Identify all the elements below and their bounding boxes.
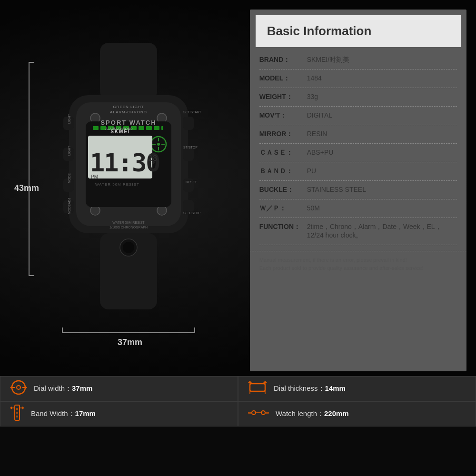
band-row: ＢＡＮＤ： PU [259,162,457,181]
watch-svg: 11:30 28 PM WATER 50M RESIST SKMEI GREEN… [50,43,207,309]
movt-val: DIGITAL [307,111,457,119]
movt-row: MOV'T： DIGITAL [259,107,457,125]
function-key: FUNCTION： [259,223,307,231]
movt-key: MOV'T： [259,111,307,120]
info-note: Manual measurement, if there is an error… [250,251,466,277]
brand-key: BRAND： [259,56,307,64]
watch-length-value: 220mm [324,409,349,417]
info-rows: BRAND： SKMEI/时刻美 MODEL： 1484 WEIGHT： 33g… [250,47,466,249]
info-title: Basic Information [267,24,372,38]
buckle-val: STAINLESS STEEL [307,186,457,193]
dial-thickness-icon [248,379,267,399]
svg-rect-0 [100,43,157,100]
bottom-specs: Dial width：37mm Dial thickness：14mm [0,376,476,426]
weight-val: 33g [307,93,457,100]
svg-text:28: 28 [148,154,157,163]
wp-key: Ｗ／Ｐ： [259,204,307,213]
svg-text:1/100S CHRONOGRAPH: 1/100S CHRONOGRAPH [109,226,148,229]
svg-rect-9 [183,148,194,161]
svg-marker-73 [10,407,12,409]
brand-val: SKMEI/时刻美 [307,56,457,64]
svg-rect-70 [16,416,18,417]
svg-text:MODE: MODE [68,173,71,183]
height-label: 43mm [14,183,39,193]
svg-text:WATER 50M RESIST: WATER 50M RESIST [95,182,139,187]
info-header: Basic Information [256,15,461,47]
note-line2: Each product sold to provide quality ass… [259,264,457,272]
spec-dial-width: Dial width：37mm [0,376,238,401]
width-label: 37mm [118,337,142,347]
spec-dial-thickness: Dial thickness：14mm [238,376,476,401]
svg-rect-17 [93,126,99,130]
wp-val: 50M [307,204,457,212]
spec-band-width: Band Width：17mm [0,401,238,426]
case-key: ＣＡＳＥ： [259,149,307,157]
mirror-row: MIRROR： RESIN [259,125,457,144]
svg-text:11:30: 11:30 [90,149,160,177]
svg-rect-23 [139,126,144,130]
case-row: ＣＡＳＥ： ABS+PU [259,144,457,162]
svg-text:SPORT WATCH: SPORT WATCH [100,119,156,126]
svg-text:MODEADJ: MODEADJ [68,198,71,214]
svg-rect-25 [154,126,159,130]
svg-text:PM: PM [91,174,98,179]
svg-rect-77 [248,412,252,414]
svg-text:ALARM-CHRONO: ALARM-CHRONO [110,110,147,114]
svg-marker-60 [10,386,12,389]
svg-marker-74 [22,407,24,409]
info-panel: Basic Information BRAND： SKMEI/时刻美 MODEL… [250,10,466,371]
model-key: MODEL： [259,74,307,83]
case-val: ABS+PU [307,149,457,156]
svg-rect-68 [16,408,18,410]
svg-text:SET/START: SET/START [183,110,202,114]
svg-rect-62 [250,384,265,391]
wp-row: Ｗ／Ｐ： 50M [259,199,457,218]
buckle-key: BUCKLE： [259,186,307,194]
svg-text:LIGHT: LIGHT [68,146,71,156]
note-line1: Manual measurement, if there is an error… [259,256,457,264]
svg-rect-78 [265,412,269,414]
spec-watch-length: Watch length：220mm [238,401,476,426]
svg-rect-8 [183,117,194,130]
watch-length-text: Watch length：220mm [276,409,349,418]
band-width-icon [10,404,24,424]
band-width-text: Band Width：17mm [31,409,96,418]
svg-text:LIGHT: LIGHT [68,114,71,124]
watch-area: 43mm 37mm [0,0,245,376]
main-area: 43mm 37mm [0,0,476,376]
function-row: FUNCTION： 2time，Chrono，Alarm，Date，Week，E… [259,218,457,245]
dial-thickness-text: Dial thickness：14mm [274,384,346,393]
buckle-row: BUCKLE： STAINLESS STEEL [259,181,457,199]
dial-width-value: 37mm [72,384,92,392]
svg-rect-69 [16,412,18,414]
svg-marker-65 [248,381,252,383]
watch-length-icon [248,404,269,424]
svg-rect-75 [252,411,256,415]
svg-text:RESET: RESET [186,180,197,184]
svg-text:ALARM-CHRONO: ALARM-CHRONO [105,127,133,130]
watch-image: 11:30 28 PM WATER 50M RESIST SKMEI GREEN… [43,43,214,338]
svg-marker-61 [25,386,27,389]
dial-width-text: Dial width：37mm [34,384,92,393]
band-val: PU [307,167,457,175]
svg-rect-24 [146,126,152,130]
mirror-key: MIRROR： [259,130,307,139]
height-bracket [29,62,30,276]
weight-row: WEIGHT： 33g [259,88,457,107]
svg-text:WATER 50M RESIST: WATER 50M RESIST [112,221,145,224]
svg-point-57 [17,386,20,389]
svg-text:GREEN LIGHT: GREEN LIGHT [113,105,144,109]
model-val: 1484 [307,74,457,82]
svg-rect-26 [161,126,163,130]
function-val: 2time，Chrono，Alarm，Date，Week，EL，12/24 ho… [307,223,457,240]
svg-marker-66 [263,381,267,383]
band-width-value: 17mm [75,409,96,417]
band-key: ＢＡＮＤ： [259,167,307,176]
svg-text:SE T/STOP: SE T/STOP [183,211,201,215]
svg-rect-76 [261,411,265,415]
weight-key: WEIGHT： [259,93,307,101]
dial-thickness-value: 14mm [325,384,346,392]
brand-row: BRAND： SKMEI/时刻美 [259,51,457,69]
mirror-val: RESIN [307,130,457,138]
model-row: MODEL： 1484 [259,69,457,88]
